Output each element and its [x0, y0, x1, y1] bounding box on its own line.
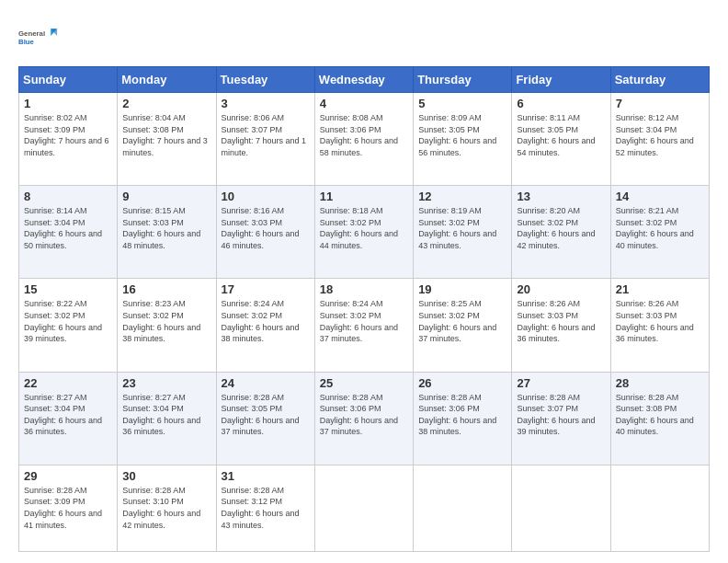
calendar-cell: 6 Sunrise: 8:11 AMSunset: 3:05 PMDayligh…	[512, 93, 610, 186]
day-info: Sunrise: 8:20 AMSunset: 3:02 PMDaylight:…	[517, 206, 595, 250]
day-info: Sunrise: 8:28 AMSunset: 3:06 PMDaylight:…	[320, 393, 398, 437]
day-info: Sunrise: 8:19 AMSunset: 3:02 PMDaylight:…	[418, 206, 496, 250]
day-number: 9	[122, 190, 210, 203]
day-number: 4	[320, 97, 408, 110]
calendar-cell: 25 Sunrise: 8:28 AMSunset: 3:06 PMDaylig…	[314, 372, 413, 465]
calendar-cell: 14 Sunrise: 8:21 AMSunset: 3:02 PMDaylig…	[610, 186, 709, 279]
calendar-cell: 26 Sunrise: 8:28 AMSunset: 3:06 PMDaylig…	[414, 372, 512, 465]
day-info: Sunrise: 8:27 AMSunset: 3:04 PMDaylight:…	[122, 393, 200, 437]
calendar-cell: 19 Sunrise: 8:25 AMSunset: 3:02 PMDaylig…	[414, 279, 512, 372]
col-header-thursday: Thursday	[414, 67, 512, 93]
day-number: 27	[517, 376, 605, 390]
calendar-cell: 10 Sunrise: 8:16 AMSunset: 3:03 PMDaylig…	[216, 186, 314, 279]
calendar-cell: 12 Sunrise: 8:19 AMSunset: 3:02 PMDaylig…	[414, 186, 512, 279]
calendar-cell: 24 Sunrise: 8:28 AMSunset: 3:05 PMDaylig…	[216, 372, 314, 465]
calendar-cell: 2 Sunrise: 8:04 AMSunset: 3:08 PMDayligh…	[118, 93, 216, 186]
calendar-week-row: 1 Sunrise: 8:02 AMSunset: 3:09 PMDayligh…	[19, 93, 710, 186]
calendar-week-row: 8 Sunrise: 8:14 AMSunset: 3:04 PMDayligh…	[19, 186, 710, 279]
calendar-cell: 27 Sunrise: 8:28 AMSunset: 3:07 PMDaylig…	[512, 372, 610, 465]
day-number: 2	[122, 97, 210, 110]
day-info: Sunrise: 8:11 AMSunset: 3:05 PMDaylight:…	[517, 113, 595, 157]
day-number: 20	[517, 282, 605, 296]
day-number: 1	[24, 97, 112, 110]
day-number: 8	[24, 190, 112, 203]
day-info: Sunrise: 8:23 AMSunset: 3:02 PMDaylight:…	[122, 299, 200, 343]
calendar-cell: 22 Sunrise: 8:27 AMSunset: 3:04 PMDaylig…	[19, 372, 118, 465]
col-header-wednesday: Wednesday	[314, 67, 413, 93]
day-info: Sunrise: 8:24 AMSunset: 3:02 PMDaylight:…	[222, 299, 300, 343]
day-info: Sunrise: 8:27 AMSunset: 3:04 PMDaylight:…	[24, 393, 102, 437]
calendar-table: SundayMondayTuesdayWednesdayThursdayFrid…	[18, 66, 710, 552]
day-info: Sunrise: 8:22 AMSunset: 3:02 PMDaylight:…	[24, 299, 102, 343]
calendar-cell: 21 Sunrise: 8:26 AMSunset: 3:03 PMDaylig…	[610, 279, 709, 372]
day-number: 21	[616, 282, 704, 296]
calendar-cell: 18 Sunrise: 8:24 AMSunset: 3:02 PMDaylig…	[314, 279, 413, 372]
day-number: 29	[24, 469, 112, 483]
page: General Blue SundayMondayTuesdayWednesda…	[0, 0, 728, 563]
calendar-cell	[512, 465, 610, 551]
calendar-week-row: 15 Sunrise: 8:22 AMSunset: 3:02 PMDaylig…	[19, 279, 710, 372]
day-info: Sunrise: 8:18 AMSunset: 3:02 PMDaylight:…	[320, 206, 398, 250]
calendar-cell: 7 Sunrise: 8:12 AMSunset: 3:04 PMDayligh…	[610, 93, 709, 186]
calendar-cell	[610, 465, 709, 551]
day-number: 5	[418, 97, 506, 110]
day-info: Sunrise: 8:28 AMSunset: 3:08 PMDaylight:…	[616, 393, 694, 437]
day-number: 3	[222, 97, 310, 110]
day-info: Sunrise: 8:28 AMSunset: 3:06 PMDaylight:…	[418, 393, 496, 437]
day-number: 16	[122, 282, 210, 296]
day-info: Sunrise: 8:12 AMSunset: 3:04 PMDaylight:…	[616, 113, 694, 157]
day-info: Sunrise: 8:24 AMSunset: 3:02 PMDaylight:…	[320, 299, 398, 343]
col-header-friday: Friday	[512, 67, 610, 93]
day-info: Sunrise: 8:16 AMSunset: 3:03 PMDaylight:…	[222, 206, 300, 250]
day-number: 19	[418, 282, 506, 296]
calendar-cell: 17 Sunrise: 8:24 AMSunset: 3:02 PMDaylig…	[216, 279, 314, 372]
day-info: Sunrise: 8:14 AMSunset: 3:04 PMDaylight:…	[24, 206, 102, 250]
calendar-cell: 20 Sunrise: 8:26 AMSunset: 3:03 PMDaylig…	[512, 279, 610, 372]
day-number: 7	[616, 97, 704, 110]
day-info: Sunrise: 8:06 AMSunset: 3:07 PMDaylight:…	[222, 113, 307, 157]
day-info: Sunrise: 8:26 AMSunset: 3:03 PMDaylight:…	[616, 299, 694, 343]
calendar-cell: 4 Sunrise: 8:08 AMSunset: 3:06 PMDayligh…	[314, 93, 413, 186]
day-number: 31	[222, 469, 310, 483]
calendar-week-row: 29 Sunrise: 8:28 AMSunset: 3:09 PMDaylig…	[19, 465, 710, 551]
calendar-cell: 8 Sunrise: 8:14 AMSunset: 3:04 PMDayligh…	[19, 186, 118, 279]
calendar-cell: 29 Sunrise: 8:28 AMSunset: 3:09 PMDaylig…	[19, 465, 118, 551]
calendar-cell: 5 Sunrise: 8:09 AMSunset: 3:05 PMDayligh…	[414, 93, 512, 186]
calendar-cell: 1 Sunrise: 8:02 AMSunset: 3:09 PMDayligh…	[19, 93, 118, 186]
day-number: 22	[24, 376, 112, 390]
day-info: Sunrise: 8:04 AMSunset: 3:08 PMDaylight:…	[122, 113, 208, 157]
day-number: 28	[616, 376, 704, 390]
day-number: 13	[517, 190, 605, 203]
calendar-week-row: 22 Sunrise: 8:27 AMSunset: 3:04 PMDaylig…	[19, 372, 710, 465]
logo: General Blue	[18, 17, 59, 57]
day-info: Sunrise: 8:28 AMSunset: 3:05 PMDaylight:…	[222, 393, 300, 437]
svg-text:Blue: Blue	[18, 38, 35, 46]
day-info: Sunrise: 8:28 AMSunset: 3:12 PMDaylight:…	[222, 486, 300, 530]
day-info: Sunrise: 8:28 AMSunset: 3:07 PMDaylight:…	[517, 393, 595, 437]
day-number: 15	[24, 282, 112, 296]
day-info: Sunrise: 8:15 AMSunset: 3:03 PMDaylight:…	[122, 206, 200, 250]
calendar-cell: 9 Sunrise: 8:15 AMSunset: 3:03 PMDayligh…	[118, 186, 216, 279]
day-info: Sunrise: 8:25 AMSunset: 3:02 PMDaylight:…	[418, 299, 496, 343]
day-number: 24	[222, 376, 310, 390]
col-header-saturday: Saturday	[610, 67, 709, 93]
col-header-tuesday: Tuesday	[216, 67, 314, 93]
col-header-sunday: Sunday	[19, 67, 118, 93]
day-number: 25	[320, 376, 408, 390]
day-number: 26	[418, 376, 506, 390]
day-number: 17	[222, 282, 310, 296]
day-info: Sunrise: 8:09 AMSunset: 3:05 PMDaylight:…	[418, 113, 496, 157]
day-info: Sunrise: 8:26 AMSunset: 3:03 PMDaylight:…	[517, 299, 595, 343]
day-number: 10	[222, 190, 310, 203]
header: General Blue	[18, 17, 710, 57]
calendar-cell	[314, 465, 413, 551]
day-number: 6	[517, 97, 605, 110]
day-number: 11	[320, 190, 408, 203]
calendar-cell: 15 Sunrise: 8:22 AMSunset: 3:02 PMDaylig…	[19, 279, 118, 372]
calendar-cell: 31 Sunrise: 8:28 AMSunset: 3:12 PMDaylig…	[216, 465, 314, 551]
calendar-cell	[414, 465, 512, 551]
svg-text:General: General	[18, 29, 45, 38]
calendar-cell: 30 Sunrise: 8:28 AMSunset: 3:10 PMDaylig…	[118, 465, 216, 551]
day-info: Sunrise: 8:28 AMSunset: 3:09 PMDaylight:…	[24, 486, 102, 530]
calendar-header-row: SundayMondayTuesdayWednesdayThursdayFrid…	[19, 67, 710, 93]
